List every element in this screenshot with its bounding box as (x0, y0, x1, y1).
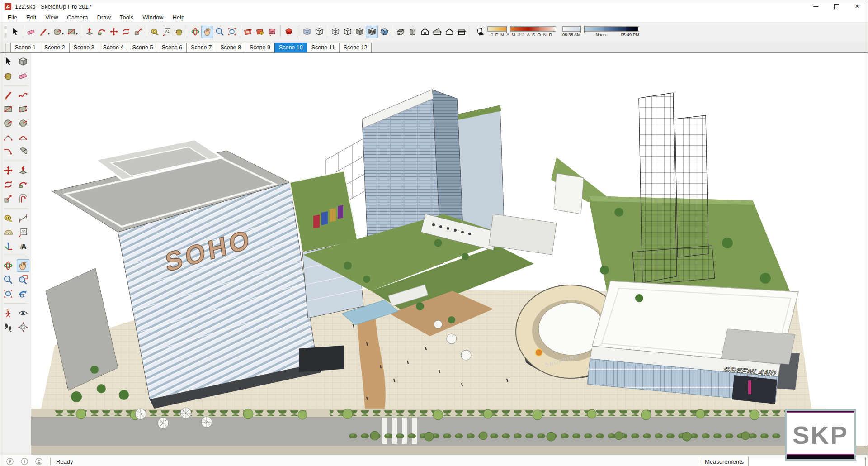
palette-freehand-button[interactable] (17, 89, 29, 101)
maximize-button[interactable] (826, 0, 847, 12)
view-top-button[interactable] (431, 26, 443, 38)
palette-tape-measure-button[interactable] (2, 212, 14, 224)
palette-scale-button[interactable] (2, 192, 14, 205)
palette-orbit-button[interactable] (2, 259, 14, 272)
tape-measure-tool-button[interactable] (148, 26, 160, 38)
palette-follow-me-button[interactable] (17, 178, 29, 191)
arcs-tool-button[interactable] (51, 26, 63, 38)
tab-scene-12[interactable]: Scene 12 (339, 43, 372, 52)
move-tool-button[interactable] (108, 26, 120, 38)
geolocation-button[interactable] (6, 457, 14, 466)
style-xray-button[interactable] (301, 26, 313, 38)
view-right-button[interactable] (443, 26, 455, 38)
palette-zoom-window-button[interactable] (17, 273, 29, 286)
scale-tool-button[interactable] (132, 26, 144, 38)
palette-section-plane-button[interactable] (17, 321, 29, 333)
tab-scene-3[interactable]: Scene 3 (69, 43, 99, 52)
tabs-grip[interactable] (5, 44, 8, 52)
section-cuts-button[interactable] (266, 26, 278, 38)
palette-arc-button[interactable] (2, 131, 14, 143)
style-back-edges-button[interactable] (313, 26, 325, 38)
palette-previous-button[interactable] (17, 287, 29, 300)
palette-dimension-button[interactable] (17, 212, 29, 224)
section-plane-button[interactable] (242, 26, 254, 38)
toolbar-grip[interactable] (4, 26, 6, 38)
tab-scene-4[interactable]: Scene 4 (99, 43, 128, 52)
photo-textures-button[interactable] (283, 26, 295, 38)
tab-scene-10[interactable]: Scene 10 (274, 43, 307, 52)
palette-offset-button[interactable] (17, 192, 29, 205)
palette-look-around-button[interactable] (17, 307, 29, 319)
palette-two-point-arc-button[interactable] (17, 131, 29, 143)
view-back-button[interactable] (406, 26, 419, 38)
menu-edit[interactable]: Edit (22, 13, 41, 22)
zoom-tool-button[interactable] (213, 26, 226, 38)
close-button[interactable]: × (847, 0, 868, 12)
menu-help[interactable]: Help (168, 13, 189, 22)
menu-camera[interactable]: Camera (62, 13, 92, 22)
palette-3d-text-button[interactable] (17, 240, 29, 252)
palette-line-button[interactable] (2, 89, 14, 101)
menu-view[interactable]: View (41, 13, 62, 22)
palette-zoom-extents-button[interactable] (2, 287, 14, 300)
tab-scene-6[interactable]: Scene 6 (157, 43, 187, 52)
palette-pie-button[interactable] (17, 145, 29, 157)
palette-rotated-rectangle-button[interactable] (17, 103, 29, 115)
menu-draw[interactable]: Draw (93, 13, 115, 22)
palette-axes-button[interactable] (2, 240, 14, 252)
view-front-button[interactable] (419, 26, 431, 38)
eraser-tool-button[interactable] (25, 26, 37, 38)
menu-file[interactable]: File (3, 13, 22, 22)
style-shaded-textures-button[interactable] (366, 26, 378, 38)
menu-tools[interactable]: Tools (115, 13, 138, 22)
model-info-button[interactable] (20, 457, 28, 466)
minimize-button[interactable] (805, 0, 826, 12)
palette-position-camera-button[interactable] (2, 307, 14, 319)
palette-rotate-button[interactable] (2, 178, 14, 191)
style-monochrome-button[interactable] (378, 26, 390, 38)
palette-make-component-button[interactable] (17, 55, 29, 68)
tab-scene-8[interactable]: Scene 8 (216, 43, 245, 52)
palette-rectangle-button[interactable] (2, 103, 14, 115)
palette-pan-button[interactable] (17, 259, 29, 272)
tab-scene-7[interactable]: Scene 7 (186, 43, 216, 52)
palette-polygon-button[interactable] (17, 117, 29, 129)
tab-scene-5[interactable]: Scene 5 (128, 43, 158, 52)
palette-move-button[interactable] (2, 164, 14, 177)
shadow-time-slider[interactable]: 06:38 AM Noon 05:49 PM (562, 26, 639, 37)
palette-push-pull-button[interactable] (17, 164, 29, 177)
credits-button[interactable] (35, 457, 43, 466)
palette-paint-bucket-button[interactable] (2, 69, 14, 82)
style-shaded-button[interactable] (354, 26, 366, 38)
palette-protractor-button[interactable] (2, 226, 14, 238)
tab-scene-11[interactable]: Scene 11 (307, 43, 340, 52)
tab-scene-2[interactable]: Scene 2 (40, 43, 70, 52)
push-pull-tool-button[interactable] (83, 26, 95, 38)
text-tool-button[interactable] (160, 26, 173, 38)
palette-zoom-button[interactable] (2, 273, 14, 286)
date-slider-handle[interactable] (506, 26, 510, 33)
view-left-button[interactable] (455, 26, 467, 38)
style-hidden-line-button[interactable] (341, 26, 354, 38)
palette-circle-button[interactable] (2, 117, 14, 129)
time-slider-handle[interactable] (580, 26, 585, 33)
orbit-tool-button[interactable] (189, 26, 201, 38)
model-viewport[interactable]: SOHO (31, 53, 868, 455)
paint-bucket-tool-button[interactable] (173, 26, 185, 38)
rotate-tool-button[interactable] (120, 26, 132, 38)
shapes-tool-button[interactable] (65, 26, 77, 38)
zoom-extents-button[interactable] (226, 26, 238, 38)
follow-me-tool-button[interactable] (95, 26, 108, 38)
palette-text-button[interactable] (17, 226, 29, 238)
select-tool-button[interactable] (9, 26, 21, 38)
tab-scene-1[interactable]: Scene 1 (10, 43, 40, 52)
section-display-button[interactable] (254, 26, 266, 38)
tab-scene-9[interactable]: Scene 9 (245, 43, 275, 52)
palette-walk-button[interactable] (2, 321, 14, 333)
style-wireframe-button[interactable] (329, 26, 341, 38)
shadow-date-slider[interactable]: J F M A M J J A S O N D (487, 26, 556, 37)
shadows-toggle-button[interactable] (473, 26, 486, 38)
line-tool-button[interactable] (37, 26, 49, 38)
pan-tool-button[interactable] (201, 26, 213, 38)
palette-eraser-button[interactable] (17, 69, 29, 82)
